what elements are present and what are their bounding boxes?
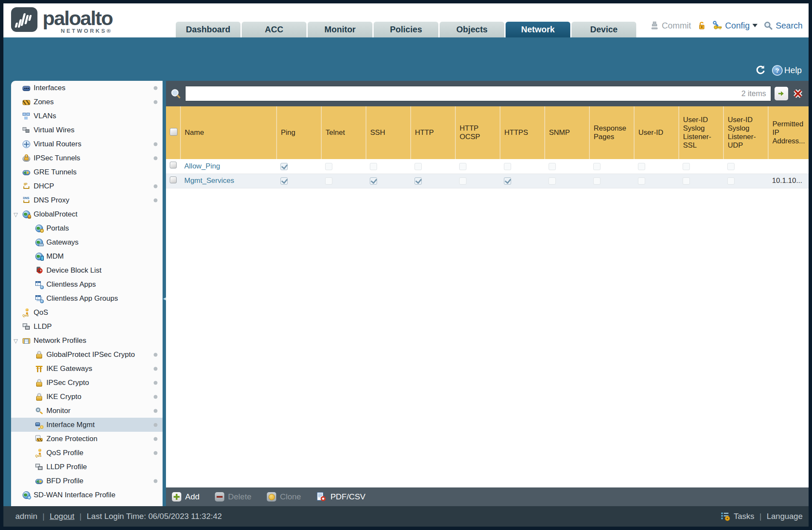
table-toolbar: Add Delete Clone PDF/CSV [166, 487, 809, 506]
sidebar-item-label: GlobalProtect IPSec Crypto [46, 350, 135, 359]
sidebar-item-gateways[interactable]: Gateways [11, 235, 163, 249]
language-button[interactable]: Language [766, 512, 803, 521]
filter-search-icon [170, 88, 182, 100]
tab-dashboard[interactable]: Dashboard [176, 22, 240, 37]
sidebar-item-ike-crypto[interactable]: IKE Crypto [11, 390, 163, 404]
col-header-name[interactable]: Name [180, 106, 277, 159]
tab-monitor[interactable]: Monitor [308, 22, 372, 37]
sidebar-item-zones[interactable]: Zones [11, 95, 163, 109]
chevron-down-icon [752, 24, 758, 30]
sidebar-item-mdm[interactable]: MDM [11, 249, 163, 263]
sidebar-item-lldp-profile[interactable]: LLDP Profile [11, 460, 163, 474]
sidebar-item-lldp[interactable]: LLDP [11, 319, 163, 333]
clear-filter-button[interactable] [792, 87, 804, 100]
config-menu-button[interactable]: Config [712, 20, 758, 31]
row-select-checkbox[interactable] [170, 162, 177, 168]
apply-filter-button[interactable] [775, 87, 788, 100]
pdf-csv-icon [316, 492, 326, 502]
overflow-dot-icon [154, 367, 157, 370]
col-header-http-ocsp[interactable]: HTTP OCSP [455, 106, 500, 159]
expand-caret-icon[interactable]: ▽ [14, 211, 18, 217]
sidebar-item-ipsec-crypto[interactable]: IPSec Crypto [11, 376, 163, 390]
network-profiles-icon [23, 338, 30, 344]
sidebar-item-label: IKE Gateways [46, 365, 92, 373]
vlans-icon [23, 112, 30, 120]
profile-name-link[interactable]: Allow_Ping [184, 162, 220, 170]
sidebar-item-label: Interfaces [34, 84, 66, 92]
user_id_syslog_listener_ssl-check-indicator [683, 163, 690, 170]
sidebar-item-globalprotect[interactable]: ▽GlobalProtect [11, 207, 163, 221]
sidebar-item-label: QoS Profile [46, 449, 83, 457]
sidebar-item-clientless-apps[interactable]: Clientless Apps [11, 277, 163, 291]
col-header-response-pages[interactable]: Response Pages [589, 106, 634, 159]
sidebar-item-zone-protection[interactable]: Zone Protection [11, 432, 163, 446]
overflow-dot-icon [154, 423, 157, 427]
tab-network[interactable]: Network [506, 22, 570, 37]
interfaces-icon [23, 86, 30, 91]
delete-button[interactable]: Delete [215, 492, 252, 502]
sidebar-item-qos-profile[interactable]: QoS Profile [11, 446, 163, 460]
sidebar-item-label: Clientless App Groups [46, 294, 118, 303]
sidebar-item-dhcp[interactable]: DHCP [11, 179, 163, 193]
sidebar-item-virtual-wires[interactable]: Virtual Wires [11, 123, 163, 137]
unlock-icon[interactable] [697, 21, 706, 30]
sidebar-item-label: BFD Profile [46, 477, 83, 485]
bfd-profile-icon [35, 479, 43, 484]
monitor-icon [35, 407, 43, 415]
sidebar-item-bfd-profile[interactable]: BFD Profile [11, 474, 163, 488]
mdm-icon [35, 253, 43, 260]
sidebar-item-ike-gateways[interactable]: IKE Gateways [11, 362, 163, 376]
profile-name-link[interactable]: Mgmt_Services [184, 177, 234, 185]
sidebar-item-virtual-routers[interactable]: Virtual Routers [11, 137, 163, 151]
col-header-https[interactable]: HTTPS [500, 106, 545, 159]
permitted-ip-cell: 10.1.10... [768, 174, 809, 188]
sidebar-item-device-block-list[interactable]: Device Block List [11, 263, 163, 277]
sidebar-item-qos[interactable]: QoS [11, 305, 163, 319]
col-header-user-id-syslog-listener-ssl[interactable]: User-ID Syslog Listener-SSL [679, 106, 723, 159]
ike-crypto-icon [35, 393, 43, 401]
add-icon [172, 492, 181, 502]
col-header-http[interactable]: HTTP [411, 106, 455, 159]
col-header-user-id[interactable]: User-ID [634, 106, 679, 159]
sidebar-item-portals[interactable]: Portals [11, 221, 163, 235]
col-header-permitted-ip-address[interactable]: Permitted IP Address... [768, 106, 809, 159]
sidebar-item-sd-wan-interface-profile[interactable]: SD-WAN Interface Profile [11, 488, 163, 502]
filter-input[interactable] [185, 86, 771, 101]
sidebar-collapse-handle[interactable]: ◀ [163, 293, 166, 305]
add-button[interactable]: Add [172, 492, 200, 502]
clone-button[interactable]: Clone [267, 492, 301, 502]
tab-acc[interactable]: ACC [242, 22, 306, 37]
row-select-checkbox[interactable] [170, 177, 177, 183]
commit-button[interactable]: Commit [650, 21, 691, 31]
expand-caret-icon[interactable]: ▽ [14, 337, 18, 344]
col-header-ping[interactable]: Ping [277, 106, 321, 159]
sidebar-item-dns-proxy[interactable]: DNS Proxy [11, 193, 163, 207]
global-search-button[interactable]: Search [763, 21, 803, 31]
help-button[interactable]: ? Help [772, 65, 802, 76]
tab-device[interactable]: Device [572, 22, 636, 37]
select-all-checkbox[interactable] [170, 128, 177, 136]
tab-policies[interactable]: Policies [374, 22, 438, 37]
tasks-button[interactable]: Tasks [721, 511, 755, 521]
zones-icon [23, 100, 30, 105]
https-check-indicator [504, 163, 511, 170]
sidebar-item-ipsec-tunnels[interactable]: IPSec Tunnels [11, 151, 163, 165]
select-all-header[interactable] [166, 106, 180, 159]
sidebar-item-monitor[interactable]: Monitor [11, 404, 163, 418]
col-header-telnet[interactable]: Telnet [321, 106, 366, 159]
sidebar-item-clientless-app-groups[interactable]: Clientless App Groups [11, 291, 163, 305]
tab-objects[interactable]: Objects [440, 22, 504, 37]
logged-in-user: admin [15, 512, 37, 521]
col-header-ssh[interactable]: SSH [366, 106, 411, 159]
sidebar-item-network-profiles[interactable]: ▽Network Profiles [11, 333, 163, 348]
sidebar-item-globalprotect-ipsec-crypto[interactable]: GlobalProtect IPSec Crypto [11, 348, 163, 362]
refresh-icon[interactable] [755, 65, 766, 76]
logout-link[interactable]: Logout [50, 512, 74, 521]
sidebar-item-vlans[interactable]: VLANs [11, 109, 163, 123]
sidebar-item-gre-tunnels[interactable]: GRE Tunnels [11, 165, 163, 179]
col-header-user-id-syslog-listener-udp[interactable]: User-ID Syslog Listener-UDP [723, 106, 768, 159]
pdf-csv-button[interactable]: PDF/CSV [316, 492, 365, 502]
sidebar-item-interface-mgmt[interactable]: Interface Mgmt [11, 418, 163, 432]
sidebar-item-interfaces[interactable]: Interfaces [11, 81, 163, 95]
col-header-snmp[interactable]: SNMP [545, 106, 589, 159]
